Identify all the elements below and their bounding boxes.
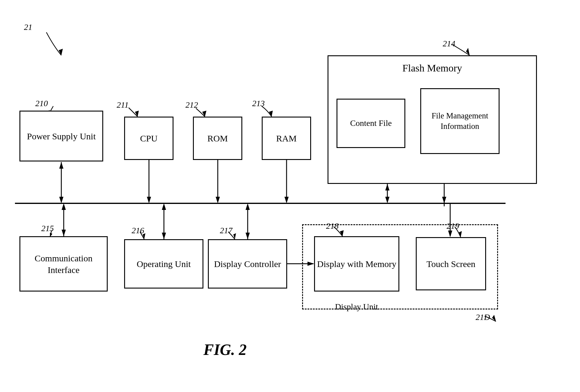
ref-213: 213 xyxy=(252,99,265,108)
communication-interface-label: Communication Interface xyxy=(20,252,107,276)
cpu-label: CPU xyxy=(140,132,157,144)
svg-marker-18 xyxy=(62,230,66,236)
power-supply-box: Power Supply Unit xyxy=(19,111,103,161)
svg-marker-21 xyxy=(162,233,166,239)
ref-21d: 21D xyxy=(476,312,490,322)
touch-screen-label: Touch Screen xyxy=(427,258,476,270)
svg-marker-15 xyxy=(385,197,389,203)
operating-unit-label: Operating Unit xyxy=(137,258,191,270)
svg-marker-35 xyxy=(269,111,273,117)
cpu-box: CPU xyxy=(124,117,173,160)
figure-caption: FIG. 2 xyxy=(203,341,246,359)
power-supply-label: Power Supply Unit xyxy=(27,130,96,142)
touch-screen-box: Touch Screen xyxy=(416,237,486,290)
svg-marker-9 xyxy=(216,197,220,203)
svg-marker-24 xyxy=(246,233,250,239)
svg-marker-12 xyxy=(284,197,289,203)
ram-label: RAM xyxy=(276,132,296,144)
ref-210: 210 xyxy=(35,99,48,108)
diagram-container: 21 210 211 212 213 214 215 216 217 218 2… xyxy=(0,0,580,392)
svg-marker-17 xyxy=(62,203,66,210)
svg-marker-6 xyxy=(147,197,151,203)
ref-211: 211 xyxy=(117,100,129,110)
ref-217: 217 xyxy=(220,226,232,235)
svg-marker-33 xyxy=(135,111,139,117)
display-controller-label: Display Controller xyxy=(214,258,281,270)
display-controller-box: Display Controller xyxy=(208,239,287,289)
file-management-box: File Management Information xyxy=(420,88,500,154)
svg-marker-42 xyxy=(492,315,496,321)
svg-marker-36 xyxy=(466,48,470,55)
rom-box: ROM xyxy=(193,117,242,160)
display-with-memory-label: Display with Memory xyxy=(317,258,396,270)
svg-marker-23 xyxy=(246,203,250,210)
ram-box: RAM xyxy=(262,117,311,160)
svg-marker-31 xyxy=(59,49,63,55)
content-file-box: Content File xyxy=(337,99,405,148)
communication-interface-box: Communication Interface xyxy=(19,236,108,292)
svg-marker-20 xyxy=(162,203,166,210)
flash-memory-label: Flash Memory xyxy=(402,62,462,75)
svg-marker-39 xyxy=(233,233,236,239)
svg-marker-14 xyxy=(385,184,389,190)
display-with-memory-box: Display with Memory xyxy=(314,236,399,292)
svg-marker-34 xyxy=(202,111,206,117)
operating-unit-box: Operating Unit xyxy=(124,239,203,289)
svg-marker-2 xyxy=(59,197,63,203)
ref-215: 215 xyxy=(41,224,54,233)
svg-marker-28 xyxy=(442,197,446,203)
ref-216: 216 xyxy=(132,226,144,235)
display-unit-label: Display Unit xyxy=(335,302,378,312)
file-management-label: File Management Information xyxy=(421,111,499,132)
svg-marker-3 xyxy=(59,162,63,169)
content-file-label: Content File xyxy=(350,118,392,129)
ref-212: 212 xyxy=(185,100,198,110)
rom-label: ROM xyxy=(207,132,228,144)
ref-214: 214 xyxy=(443,39,455,48)
ref-label-21: 21 xyxy=(24,22,32,32)
